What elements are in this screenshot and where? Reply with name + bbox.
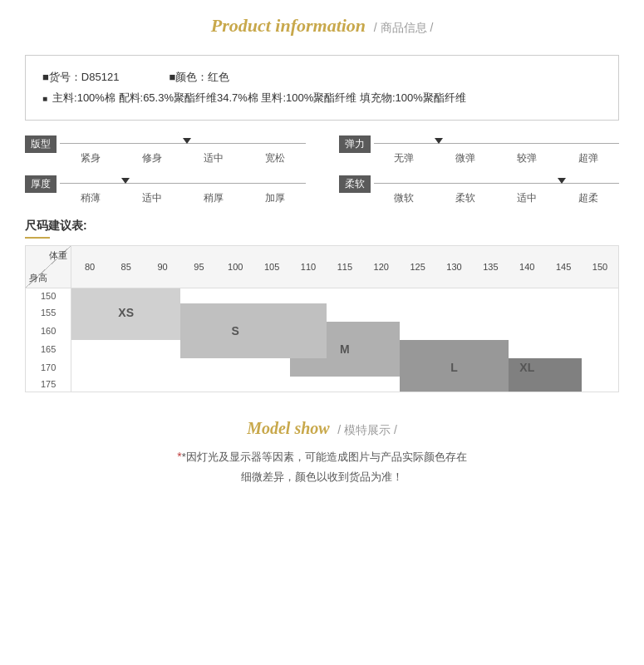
size-cell <box>472 303 509 322</box>
size-cell <box>509 288 545 303</box>
slider-marker-tanli <box>435 138 443 144</box>
attr-option: 超弹 <box>558 151 619 165</box>
size-cell <box>217 288 253 303</box>
size-cell <box>509 340 545 358</box>
size-cell <box>436 377 473 392</box>
attr-row-banxing: 版型紧身修身适中宽松 <box>25 135 306 165</box>
size-cell <box>71 340 108 358</box>
weight-col: 145 <box>545 246 582 288</box>
size-cell <box>217 377 253 392</box>
size-cell <box>71 377 108 392</box>
model-note: **因灯光及显示器等因素，可能造成图片与产品实际颜色存在 细微差异，颜色以收到货… <box>0 446 644 500</box>
size-table-wrap: 体重身高808590951001051101151201251301351401… <box>25 245 619 392</box>
attr-option: 无弹 <box>374 151 435 165</box>
size-cell <box>363 288 400 303</box>
size-cell <box>400 322 436 340</box>
size-section: 尺码建议表: 体重身高80859095100105110115120125130… <box>25 219 619 392</box>
size-cell <box>71 303 108 322</box>
attr-option: 适中 <box>121 191 183 205</box>
size-cell <box>71 358 108 377</box>
header-title-en: Product information <box>211 15 366 36</box>
size-cell <box>290 377 327 392</box>
size-cell <box>582 288 618 303</box>
size-cell <box>253 288 290 303</box>
table-row: 155XS <box>26 303 618 322</box>
item-color: ■ 颜色： 红色 <box>169 67 229 88</box>
size-cell <box>145 322 181 340</box>
size-cell <box>545 322 582 340</box>
size-cell <box>108 358 145 377</box>
size-cell <box>363 322 400 340</box>
size-cell <box>253 322 290 340</box>
size-cell <box>545 340 582 358</box>
attr-option: 稍薄 <box>60 191 121 205</box>
attr-row-houdu: 厚度稍薄适中稍厚加厚 <box>25 175 306 205</box>
slider-marker-banxing <box>183 138 191 144</box>
size-cell <box>145 340 181 358</box>
size-label: S <box>232 324 239 337</box>
size-label: XS <box>118 306 134 319</box>
attr-row-rourou: 柔软微软柔软适中超柔 <box>339 175 620 205</box>
height-cell: 175 <box>26 377 71 392</box>
size-cell <box>180 340 217 358</box>
attr-row-tanli: 弹力无弹微弹较弹超弹 <box>339 135 620 165</box>
size-cell <box>582 358 618 377</box>
attr-option: 微软 <box>374 191 435 205</box>
size-cell <box>108 322 145 340</box>
size-cell: XS <box>108 303 145 322</box>
attr-label-rourou: 柔软 <box>339 175 371 193</box>
size-cell <box>71 322 108 340</box>
size-cell <box>327 358 363 377</box>
size-cell <box>436 322 473 340</box>
product-info-box: ■ 货号： D85121 ■ 颜色： 红色 ■ 主料:100%棉 配料:65.3… <box>25 55 619 121</box>
size-title-underline <box>25 237 50 239</box>
size-cell <box>253 303 290 322</box>
attr-option: 修身 <box>121 151 183 165</box>
model-title-en: Model show <box>247 419 329 437</box>
model-note-line1: **因灯光及显示器等因素，可能造成图片与产品实际颜色存在 <box>0 446 644 467</box>
page-header: Product information / 商品信息 / <box>0 0 644 47</box>
size-cell <box>217 340 253 358</box>
attr-option: 紧身 <box>60 151 121 165</box>
size-cell <box>363 358 400 377</box>
size-cell <box>472 377 509 392</box>
size-cell <box>363 377 400 392</box>
size-cell: L <box>436 358 473 377</box>
height-cell: 150 <box>26 288 71 303</box>
size-cell <box>400 358 436 377</box>
size-cell <box>363 303 400 322</box>
attr-option: 微弹 <box>435 151 496 165</box>
table-row: 175 <box>26 377 618 392</box>
size-cell <box>327 322 363 340</box>
size-cell <box>582 322 618 340</box>
size-cell <box>290 288 327 303</box>
weight-col: 85 <box>108 246 145 288</box>
size-cell: M <box>327 340 363 358</box>
attr-option: 加厚 <box>244 191 306 205</box>
weight-col: 115 <box>327 246 363 288</box>
size-cell: XL <box>509 358 545 377</box>
size-cell <box>145 377 181 392</box>
size-cell <box>217 303 253 322</box>
header-title-cn: / 商品信息 / <box>374 21 434 34</box>
attr-label-tanli: 弹力 <box>339 135 371 153</box>
size-label: L <box>450 361 458 374</box>
weight-col: 100 <box>217 246 253 288</box>
size-cell <box>472 358 509 377</box>
size-cell <box>327 303 363 322</box>
size-cell <box>253 377 290 392</box>
size-cell <box>108 288 145 303</box>
size-cell <box>400 303 436 322</box>
table-row: 165M <box>26 340 618 358</box>
table-row: 160S <box>26 322 618 340</box>
size-cell <box>545 358 582 377</box>
size-cell <box>400 288 436 303</box>
weight-col: 105 <box>253 246 290 288</box>
size-cell <box>180 303 217 322</box>
attributes-section: 版型紧身修身适中宽松弹力无弹微弹较弹超弹厚度稍薄适中稍厚加厚柔软微软柔软适中超柔 <box>25 135 619 205</box>
height-cell: 160 <box>26 322 71 340</box>
height-cell: 155 <box>26 303 71 322</box>
bullet-icon: ■ <box>42 91 47 106</box>
attr-option: 稍厚 <box>183 191 244 205</box>
size-cell <box>509 303 545 322</box>
